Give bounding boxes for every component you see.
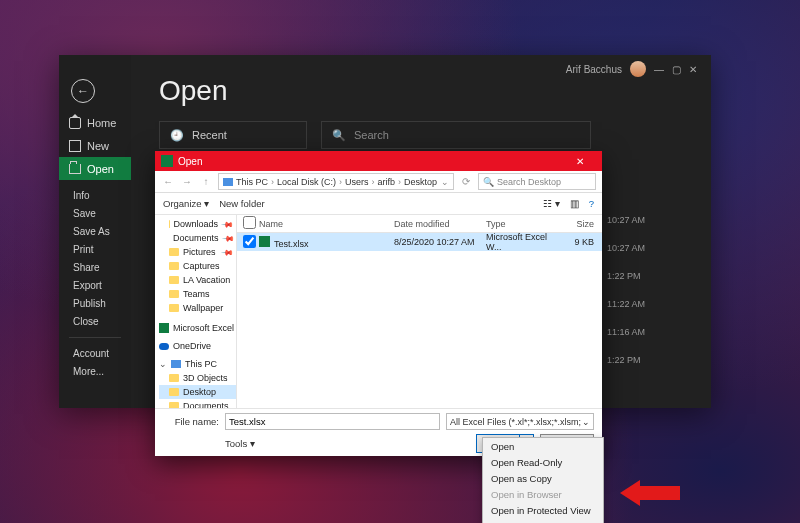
folder-icon: [169, 374, 179, 382]
menu-item-open-protected[interactable]: Open in Protected View: [483, 502, 603, 518]
tools-dropdown[interactable]: Tools ▾: [225, 438, 255, 449]
pc-icon: [223, 178, 233, 186]
sidebar-item-label: Home: [87, 117, 116, 129]
sidebar-item-account[interactable]: Account: [73, 348, 131, 359]
recent-label: Recent: [192, 129, 227, 141]
file-row[interactable]: Test.xlsx 8/25/2020 10:27 AM Microsoft E…: [237, 233, 602, 251]
menu-item-open-repair[interactable]: Open and Repair...: [483, 518, 603, 523]
folder-icon: [169, 248, 179, 256]
pc-icon: [171, 360, 181, 368]
pin-icon: 📌: [220, 245, 233, 258]
tree-item[interactable]: Microsoft Excel: [159, 321, 236, 335]
excel-app-icon: [161, 155, 173, 167]
sidebar-item-print[interactable]: Print: [73, 244, 131, 255]
help-icon[interactable]: ?: [589, 198, 594, 209]
recent-time: 1:22 PM: [607, 355, 691, 365]
excel-file-icon: [259, 236, 270, 247]
open-mode-menu: Open Open Read-Only Open as Copy Open in…: [482, 437, 604, 523]
chevron-down-icon[interactable]: ⌄: [441, 177, 449, 187]
sidebar-item-open[interactable]: Open: [59, 157, 131, 180]
sidebar-item-more[interactable]: More...: [73, 366, 131, 377]
tree-item[interactable]: Captures: [159, 259, 236, 273]
tree-item[interactable]: Documents📌: [159, 231, 236, 245]
tree-item-thispc[interactable]: ⌄This PC: [159, 357, 236, 371]
tree-item[interactable]: Wallpaper: [159, 301, 236, 315]
file-list-header: Name Date modified Type Size: [237, 215, 602, 233]
search-placeholder: Search: [354, 129, 389, 141]
excel-icon: [159, 323, 169, 333]
search-field[interactable]: 🔍 Search: [321, 121, 591, 149]
folder-icon: [169, 402, 179, 408]
new-folder-button[interactable]: New folder: [219, 198, 264, 209]
sidebar-item-export[interactable]: Export: [73, 280, 131, 291]
search-box[interactable]: 🔍 Search Desktop: [478, 173, 596, 190]
organize-button[interactable]: Organize ▾: [163, 198, 209, 209]
sidebar-item-saveas[interactable]: Save As: [73, 226, 131, 237]
dialog-toolbar: Organize ▾ New folder ☷ ▾ ▥ ?: [155, 193, 602, 215]
page-title: Open: [159, 75, 683, 107]
col-size[interactable]: Size: [562, 219, 602, 229]
refresh-icon[interactable]: ⟳: [459, 176, 473, 187]
menu-item-open-readonly[interactable]: Open Read-Only: [483, 454, 603, 470]
filename-input[interactable]: [225, 413, 440, 430]
tree-item[interactable]: Documents: [159, 399, 236, 408]
col-type[interactable]: Type: [480, 219, 562, 229]
tree-item[interactable]: LA Vacation: [159, 273, 236, 287]
sidebar-item-save[interactable]: Save: [73, 208, 131, 219]
file-size: 9 KB: [562, 237, 602, 247]
crumb-seg[interactable]: arifb: [378, 177, 396, 187]
recent-file-times: 10:27 AM 10:27 AM 1:22 PM 11:22 AM 11:16…: [607, 215, 691, 365]
search-placeholder: Search Desktop: [497, 177, 561, 187]
sidebar-divider: [69, 337, 121, 338]
filename-label: File name:: [163, 416, 219, 427]
backstage-sidebar: Home New Open Info Save Save As Print Sh…: [59, 55, 131, 408]
breadcrumb[interactable]: This PC› Local Disk (C:)› Users› arifb› …: [218, 173, 454, 190]
nav-up-icon[interactable]: ↑: [199, 176, 213, 187]
sidebar-item-close[interactable]: Close: [73, 316, 131, 327]
crumb-seg[interactable]: This PC: [236, 177, 268, 187]
file-open-dialog: Open ✕ ← → ↑ This PC› Local Disk (C:)› U…: [155, 151, 602, 456]
dialog-title: Open: [178, 156, 202, 167]
nav-back-icon[interactable]: ←: [161, 176, 175, 187]
sidebar-item-info[interactable]: Info: [73, 190, 131, 201]
folder-icon: [169, 290, 179, 298]
preview-pane-icon[interactable]: ▥: [570, 198, 579, 209]
sidebar-item-share[interactable]: Share: [73, 262, 131, 273]
view-mode-icon[interactable]: ☷ ▾: [543, 198, 560, 209]
folder-icon: [169, 388, 179, 396]
nav-forward-icon[interactable]: →: [180, 176, 194, 187]
menu-item-open[interactable]: Open: [483, 438, 603, 454]
arrow-head-icon: [620, 480, 640, 506]
menu-item-open-browser: Open in Browser: [483, 486, 603, 502]
folder-icon: [169, 276, 179, 284]
col-name[interactable]: Name: [253, 219, 388, 229]
crumb-seg[interactable]: Users: [345, 177, 369, 187]
tree-item-desktop[interactable]: Desktop: [159, 385, 236, 399]
crumb-seg[interactable]: Desktop: [404, 177, 437, 187]
dialog-titlebar: Open ✕: [155, 151, 602, 171]
annotation-arrow: [620, 480, 680, 506]
recent-time: 1:22 PM: [607, 271, 691, 281]
col-date[interactable]: Date modified: [388, 219, 480, 229]
tree-item[interactable]: Teams: [159, 287, 236, 301]
sidebar-item-publish[interactable]: Publish: [73, 298, 131, 309]
tree-item[interactable]: 3D Objects: [159, 371, 236, 385]
sidebar-item-new[interactable]: New: [59, 134, 131, 157]
tree-item[interactable]: Pictures📌: [159, 245, 236, 259]
pin-icon: 📌: [221, 231, 234, 244]
recent-time: 11:16 AM: [607, 327, 691, 337]
tree-item[interactable]: OneDrive: [159, 339, 236, 353]
crumb-seg[interactable]: Local Disk (C:): [277, 177, 336, 187]
tree-item[interactable]: Downloads📌: [159, 217, 236, 231]
back-button[interactable]: [71, 79, 95, 103]
nav-tree: Downloads📌 Documents📌 Pictures📌 Captures…: [155, 215, 237, 408]
recent-card[interactable]: 🕘 Recent: [159, 121, 307, 149]
filetype-combobox[interactable]: All Excel Files (*.xl*;*.xlsx;*.xlsm;⌄: [446, 413, 594, 430]
chevron-down-icon: ⌄: [582, 417, 590, 427]
recent-time: 10:27 AM: [607, 215, 691, 225]
sidebar-item-home[interactable]: Home: [59, 111, 131, 134]
file-type: Microsoft Excel W...: [480, 232, 562, 252]
dialog-close-button[interactable]: ✕: [564, 151, 596, 171]
new-icon: [69, 140, 81, 152]
menu-item-open-copy[interactable]: Open as Copy: [483, 470, 603, 486]
